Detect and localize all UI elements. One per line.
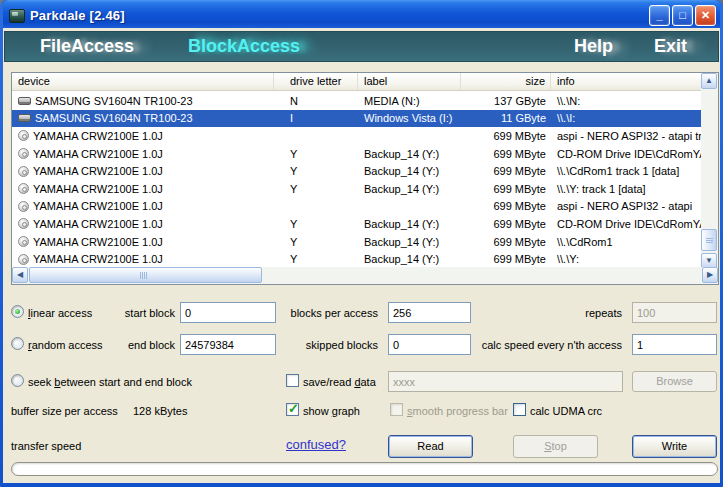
info-cell: \\.\Y:: [551, 250, 701, 268]
device-name: YAMAHA CRW2100E 1.0J: [33, 148, 163, 160]
save-read-data-label: save/read data: [303, 376, 376, 388]
calc-speed-input[interactable]: [632, 334, 717, 355]
size-cell: 699 MByte: [461, 180, 551, 198]
table-row[interactable]: SAMSUNG SV1604N TR100-23 I Windows Vista…: [12, 110, 701, 128]
column-header-info[interactable]: info: [551, 73, 701, 90]
show-graph-checkbox[interactable]: [286, 403, 299, 416]
device-name: YAMAHA CRW2100E 1.0J: [33, 253, 163, 265]
column-header-label[interactable]: label: [358, 73, 461, 90]
device-name: YAMAHA CRW2100E 1.0J: [33, 218, 163, 230]
info-cell: aspi - NERO ASPI32 - atapi: [551, 198, 701, 216]
table-row[interactable]: SAMSUNG SV1604N TR100-23 N MEDIA (N:) 13…: [12, 92, 701, 110]
info-cell: \\.\Y: track 1 [data]: [551, 180, 701, 198]
device-name: YAMAHA CRW2100E 1.0J: [33, 165, 163, 177]
size-cell: 699 MByte: [461, 233, 551, 251]
menu-bar: FileAccess BlockAccess Help Exit: [4, 31, 719, 62]
buffer-size-value: 128 kBytes: [133, 405, 187, 417]
title-bar[interactable]: Parkdale [2.46] _ □ ✕: [3, 0, 720, 28]
maximize-button[interactable]: □: [672, 5, 693, 26]
browse-button: Browse: [632, 371, 717, 392]
table-row[interactable]: YAMAHA CRW2100E 1.0J Y Backup_14 (Y:) 69…: [12, 233, 701, 251]
blocks-per-access-input[interactable]: [388, 302, 471, 323]
smooth-progress-label: smooth progress bar: [407, 405, 508, 417]
table-header: device drive letter label size info: [12, 73, 701, 91]
column-header-size[interactable]: size: [461, 73, 551, 90]
random-access-radio[interactable]: [11, 337, 24, 350]
cd-drive-icon: [18, 236, 29, 247]
cd-drive-icon: [18, 166, 29, 177]
menu-help[interactable]: Help: [574, 36, 613, 57]
tab-block-access[interactable]: BlockAccess: [188, 36, 300, 57]
drive-letter-cell: Y: [274, 233, 358, 251]
table-row[interactable]: YAMAHA CRW2100E 1.0J Y Backup_14 (Y:) 69…: [12, 250, 701, 268]
size-cell: 699 MByte: [461, 198, 551, 216]
hard-drive-icon: [18, 114, 31, 122]
end-block-input[interactable]: [180, 334, 276, 355]
minimize-button[interactable]: _: [649, 5, 670, 26]
tab-file-access[interactable]: FileAccess: [40, 36, 134, 57]
drive-letter-cell: Y: [274, 180, 358, 198]
drive-letter-cell: Y: [274, 162, 358, 180]
label-cell: Backup_14 (Y:): [358, 250, 461, 268]
size-cell: 699 MByte: [461, 250, 551, 268]
start-block-label: start block: [98, 307, 175, 319]
size-cell: 11 GByte: [461, 110, 551, 128]
calc-udma-crc-checkbox[interactable]: [513, 403, 526, 416]
seek-radio[interactable]: [11, 374, 24, 387]
label-cell: Windows Vista (I:): [358, 110, 461, 128]
calc-udma-crc-label: calc UDMA crc: [530, 405, 602, 417]
table-row[interactable]: YAMAHA CRW2100E 1.0J 699 MByte aspi - NE…: [12, 198, 701, 216]
end-block-label: end block: [98, 339, 175, 351]
write-button[interactable]: Write: [632, 435, 717, 458]
device-name: YAMAHA CRW2100E 1.0J: [33, 130, 163, 142]
data-file-path-input: [388, 371, 623, 392]
window-title: Parkdale [2.46]: [30, 8, 125, 23]
device-name: SAMSUNG SV1604N TR100-23: [35, 95, 193, 107]
label-cell: Backup_14 (Y:): [358, 162, 461, 180]
close-button[interactable]: ✕: [695, 5, 716, 26]
size-cell: 699 MByte: [461, 127, 551, 145]
table-row[interactable]: YAMAHA CRW2100E 1.0J Y Backup_14 (Y:) 69…: [12, 145, 701, 163]
device-name: YAMAHA CRW2100E 1.0J: [33, 183, 163, 195]
scroll-right-icon[interactable]: ▶: [702, 267, 718, 283]
vertical-scrollbar[interactable]: ▲ ▼: [701, 73, 718, 269]
drive-letter-cell: Y: [274, 250, 358, 268]
info-cell: \\.\CdRom1 track 1 [data]: [551, 162, 701, 180]
column-header-device[interactable]: device: [12, 73, 274, 90]
table-row[interactable]: YAMAHA CRW2100E 1.0J Y Backup_14 (Y:) 69…: [12, 215, 701, 233]
hard-drive-icon: [18, 97, 31, 105]
drive-letter-cell: Y: [274, 145, 358, 163]
cd-drive-icon: [18, 130, 29, 141]
info-cell: \\.\N:: [551, 92, 701, 110]
size-cell: 699 MByte: [461, 162, 551, 180]
label-cell: Backup_14 (Y:): [358, 145, 461, 163]
start-block-input[interactable]: [180, 302, 276, 323]
stop-button: Stop: [513, 435, 598, 458]
skipped-blocks-label: skipped blocks: [283, 339, 378, 351]
client-area: FileAccess BlockAccess Help Exit device …: [3, 28, 720, 483]
label-cell: Backup_14 (Y:): [358, 233, 461, 251]
app-icon: [9, 9, 25, 23]
scroll-left-icon[interactable]: ◀: [12, 267, 28, 283]
cd-drive-icon: [18, 148, 29, 159]
transfer-progress-bar: [11, 462, 718, 476]
table-row[interactable]: YAMAHA CRW2100E 1.0J 699 MByte aspi - NE…: [12, 127, 701, 145]
read-button[interactable]: Read: [388, 435, 473, 458]
table-row[interactable]: YAMAHA CRW2100E 1.0J Y Backup_14 (Y:) 69…: [12, 180, 701, 198]
vertical-scroll-thumb[interactable]: [701, 229, 717, 251]
horizontal-scrollbar[interactable]: ◀ ▶: [12, 267, 718, 284]
info-cell: CD-ROM Drive IDE\CdRomYAM: [551, 145, 701, 163]
info-cell: \\.\I:: [551, 110, 701, 128]
label-cell: [358, 127, 461, 145]
table-row[interactable]: YAMAHA CRW2100E 1.0J Y Backup_14 (Y:) 69…: [12, 162, 701, 180]
horizontal-scroll-thumb[interactable]: [29, 267, 262, 283]
scroll-up-icon[interactable]: ▲: [701, 73, 717, 89]
device-table: device drive letter label size info SAMS…: [11, 72, 719, 285]
table-body: SAMSUNG SV1604N TR100-23 N MEDIA (N:) 13…: [12, 92, 701, 269]
column-header-drive-letter[interactable]: drive letter: [274, 73, 358, 90]
calc-speed-label: calc speed every n'th access: [458, 339, 622, 351]
menu-exit[interactable]: Exit: [654, 36, 687, 57]
linear-access-radio[interactable]: [11, 305, 24, 318]
confused-link[interactable]: confused?: [286, 437, 346, 452]
save-read-data-checkbox[interactable]: [286, 374, 299, 387]
